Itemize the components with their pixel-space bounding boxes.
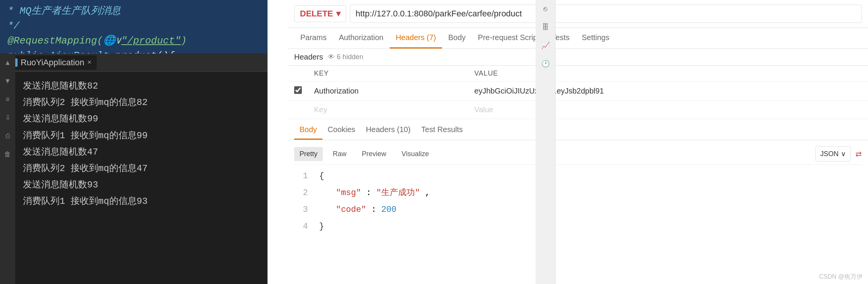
eye-icon: 👁 — [328, 53, 335, 61]
line-num-1: 1 — [294, 168, 308, 185]
log-line-2: 消费队列2 接收到mq的信息82 — [23, 94, 260, 111]
format-raw[interactable]: Raw — [327, 147, 352, 161]
sidebar-download-icon[interactable]: ⇩ — [2, 112, 13, 123]
tab-body[interactable]: Body — [442, 28, 472, 48]
key-placeholder: Key — [314, 105, 327, 114]
toolbar-history-icon[interactable]: 🕐 — [540, 58, 551, 69]
ide-tab-label: RuoYiApplication — [21, 58, 84, 68]
log-line-1: 发送消息随机数82 — [23, 78, 260, 94]
format-visualize[interactable]: Visualize — [396, 147, 434, 161]
json-close-brace: } — [319, 222, 324, 231]
json-colon-1: : — [366, 188, 376, 198]
json-line-2: 2 "msg" : "生产成功" , — [294, 185, 862, 202]
watermark: CSDN @焦万伊 — [819, 273, 863, 281]
log-line-4: 消费队列1 接收到mq的信息99 — [23, 127, 260, 144]
tab-settings[interactable]: Settings — [576, 28, 615, 48]
sidebar-print-icon[interactable]: ⎙ — [2, 131, 13, 141]
json-line-1: 1 { — [294, 168, 862, 185]
toolbar-send-icon[interactable]: ⎋ — [540, 3, 551, 15]
postman-main-content: DELETE ▾ Params Authorization Headers (7… — [288, 0, 868, 284]
headers-section: Headers 👁 6 hidden — [288, 49, 868, 66]
resp-tab-headers[interactable]: Headers (10) — [361, 121, 416, 140]
resp-tab-cookies[interactable]: Cookies — [322, 121, 361, 140]
row-checkbox-cell — [288, 82, 308, 101]
format-preview[interactable]: Preview — [356, 147, 392, 161]
log-line-7: 发送消息随机数93 — [23, 177, 260, 193]
line-num-2: 2 — [294, 185, 308, 202]
json-val-code: 200 — [381, 205, 397, 215]
json-colon-2: : — [371, 205, 381, 215]
format-pretty[interactable]: Pretty — [294, 147, 323, 161]
resp-tab-body[interactable]: Body — [294, 121, 322, 140]
headers-section-label: Headers — [294, 53, 323, 61]
url-input[interactable] — [350, 5, 862, 23]
code-line-1: * MQ生产者生产队列消息 — [8, 4, 260, 19]
json-line-3: 3 "code" : 200 — [294, 202, 862, 218]
empty-row-key-cell[interactable]: Key — [308, 101, 468, 119]
code-area: * MQ生产者生产队列消息 */ @RequestMapping(🌐∨"/pro… — [0, 0, 267, 53]
log-line-3: 发送消息随机数99 — [23, 111, 260, 127]
tab-authorization[interactable]: Authorization — [333, 28, 390, 48]
line-num-4: 4 — [294, 218, 308, 235]
json-key-msg: "msg" — [336, 188, 361, 198]
tab-headers[interactable]: Headers (7) — [390, 28, 442, 48]
tab-params[interactable]: Params — [294, 28, 333, 48]
log-line-6: 消费队列2 接收到mq的信息47 — [23, 160, 260, 177]
table-row: Authorization eyJhbGciOiJIUzUxMiJ9.eyJsb… — [288, 82, 868, 101]
toolbar-chart-icon[interactable]: 📈 — [540, 40, 551, 51]
json-val-msg: "生产成功" — [376, 188, 420, 198]
resp-tab-test-results[interactable]: Test Results — [416, 121, 468, 140]
log-line-8: 消费队列1 接收到mq的信息93 — [23, 193, 260, 210]
json-format-label: JSON — [820, 150, 839, 158]
wrap-icon[interactable]: ⇄ — [855, 149, 862, 158]
col-value: VALUE — [468, 66, 868, 82]
hidden-count-label: 6 hidden — [337, 53, 363, 61]
ide-tab-application[interactable]: RuoYiApplication × — [4, 55, 97, 70]
request-bar: DELETE ▾ — [288, 0, 868, 28]
json-format-arrow-icon: ∨ — [841, 150, 846, 158]
empty-row-checkbox-cell — [288, 101, 308, 119]
format-bar: Pretty Raw Preview Visualize JSON ∨ ⇄ — [294, 143, 862, 165]
tab-prerequest[interactable]: Pre-request Script — [472, 28, 546, 48]
headers-table: KEY VALUE Authorization eyJhbGciOiJIUzUx… — [288, 66, 868, 119]
ide-tab-close[interactable]: × — [87, 58, 92, 66]
json-line-4: 4 } — [294, 218, 862, 235]
postman-panel: ⎋ 🗄 📈 🕐 DELETE ▾ Params Authorization He… — [267, 0, 868, 284]
row-value-cell: eyJhbGciOiJIUzUxMiJ9.eyJsb2dpbl91 — [468, 82, 868, 101]
hidden-headers-badge: 👁 6 hidden — [328, 53, 363, 61]
json-key-code: "code" — [336, 205, 366, 215]
postman-toolbar: ⎋ 🗄 📈 🕐 — [536, 0, 555, 284]
log-line-5: 发送消息随机数47 — [23, 144, 260, 160]
col-key: KEY — [308, 66, 468, 82]
log-content: 发送消息随机数82 消费队列2 接收到mq的信息82 发送消息随机数99 消费队… — [15, 72, 267, 284]
json-format-selector[interactable]: JSON ∨ — [815, 146, 851, 161]
table-row-empty: Key Value — [288, 101, 868, 119]
sidebar-align-icon[interactable]: ≡ — [2, 94, 13, 105]
row-key-label: Authorization — [314, 87, 359, 95]
code-line-2: */ — [8, 19, 260, 34]
json-response-content: 1 { 2 "msg" : "生产成功" , 3 "code" — [294, 168, 862, 235]
response-tabs-row: Body Cookies Headers (10) Test Results — [288, 121, 868, 140]
ide-panel: * MQ生产者生产队列消息 */ @RequestMapping(🌐∨"/pro… — [0, 0, 267, 284]
method-arrow-icon: ▾ — [336, 9, 340, 19]
request-tabs-row: Params Authorization Headers (7) Body Pr… — [288, 28, 868, 49]
row-key-cell: Authorization — [308, 82, 468, 101]
sidebar-delete-icon[interactable]: 🗑 — [2, 149, 13, 160]
json-open-brace: { — [319, 171, 324, 181]
response-body: Pretty Raw Preview Visualize JSON ∨ ⇄ 1 … — [288, 140, 868, 284]
sidebar-down-icon[interactable]: ▼ — [2, 76, 13, 86]
code-line-3: @RequestMapping(🌐∨"/product") — [8, 34, 260, 48]
method-selector[interactable]: DELETE ▾ — [294, 5, 346, 22]
ide-sidebar: ▲ ▼ ≡ ⇩ ⎙ 🗑 — [0, 72, 15, 284]
col-checkbox — [288, 66, 308, 82]
row-checkbox[interactable] — [294, 86, 302, 94]
toolbar-storage-icon[interactable]: 🗄 — [540, 21, 551, 33]
value-placeholder: Value — [474, 105, 494, 114]
line-num-3: 3 — [294, 202, 308, 218]
empty-row-value-cell[interactable]: Value — [468, 101, 868, 119]
ide-tab-bar: RuoYiApplication × — [0, 53, 267, 72]
json-comma-1: , — [425, 188, 430, 198]
method-label: DELETE — [300, 9, 333, 19]
